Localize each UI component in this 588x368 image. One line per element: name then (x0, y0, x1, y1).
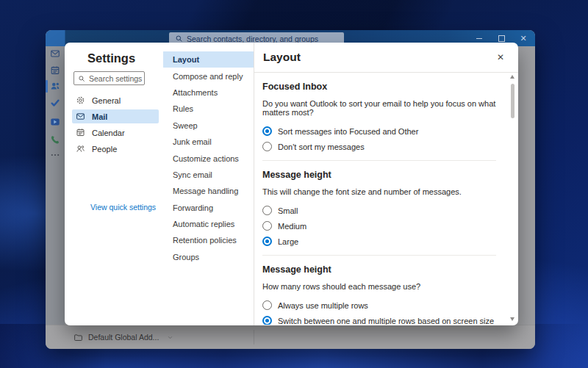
radio-label: Always use multiple rows (278, 301, 368, 310)
radio-selected-icon (262, 126, 272, 136)
settings-categories: GeneralMailCalendarPeople (72, 93, 159, 158)
minimize-icon (476, 38, 482, 39)
radio-option[interactable]: Don't sort my messages (262, 139, 499, 154)
settings-category-mail[interactable]: Mail (72, 109, 159, 123)
settings-category-general[interactable]: General (72, 93, 159, 107)
rail-item-calls[interactable] (46, 133, 65, 146)
rail-item-app-arrow[interactable] (46, 115, 65, 129)
search-icon (78, 75, 85, 82)
calendar-icon (50, 65, 60, 76)
radio-option[interactable]: Large (262, 234, 499, 249)
radio-label: Large (278, 237, 298, 246)
settings-nav-rules[interactable]: Rules (163, 101, 254, 117)
group-heading: Message height (262, 170, 499, 180)
settings-search-placeholder: Search settings (89, 74, 142, 83)
radio-unselected-icon (262, 206, 272, 215)
people-icon (76, 144, 85, 154)
folder-icon (74, 333, 83, 342)
settings-nav-message-handling[interactable]: Message handling (163, 183, 254, 199)
radio-option[interactable]: Small (262, 203, 499, 218)
folder-label: Default Global Add... (88, 333, 159, 342)
radio-option[interactable]: Switch between one and multiple rows bas… (262, 313, 499, 325)
group-heading: Message height (262, 264, 499, 275)
panel-content: Focused InboxDo you want Outlook to sort… (254, 73, 518, 325)
radio-unselected-icon (262, 142, 272, 151)
group-heading: Focused Inbox (262, 82, 499, 92)
settings-detail-panel: Layout ✕ Focused InboxDo you want Outloo… (254, 43, 518, 325)
people-filled-icon (50, 81, 60, 91)
radio-label: Switch between one and multiple rows bas… (278, 317, 494, 325)
folder-selector[interactable]: Default Global Add... (74, 330, 173, 344)
radio-option[interactable]: Medium (262, 218, 499, 234)
settings-group-1: Message heightThis will change the font … (262, 161, 499, 249)
rail-item-people[interactable] (46, 79, 65, 93)
group-question: This will change the font size and numbe… (262, 187, 499, 196)
gear-icon (76, 95, 85, 105)
settings-nav-junk-email[interactable]: Junk email (163, 134, 254, 150)
settings-nav-customize-actions[interactable]: Customize actions (163, 150, 254, 166)
radio-unselected-icon (262, 300, 272, 310)
settings-nav-groups[interactable]: Groups (163, 249, 254, 265)
more-icon (50, 150, 60, 160)
radio-label: Small (278, 206, 298, 215)
settings-dialog: Settings Search settings GeneralMailCale… (65, 43, 518, 325)
app-rail (46, 46, 65, 325)
radio-unselected-icon (262, 221, 272, 231)
settings-section-nav: LayoutCompose and replyAttachmentsRulesS… (163, 43, 254, 325)
dialog-close-button[interactable]: ✕ (495, 51, 506, 63)
rail-item-more[interactable] (46, 148, 65, 162)
radio-selected-icon (262, 316, 272, 325)
todo-check-icon (50, 98, 60, 108)
settings-nav-compose-and-reply[interactable]: Compose and reply (163, 68, 254, 84)
close-button[interactable]: ✕ (517, 32, 529, 44)
mail-icon (76, 112, 85, 121)
settings-group-0: Focused InboxDo you want Outlook to sort… (262, 73, 499, 154)
rail-item-mail[interactable] (46, 47, 65, 60)
calls-icon (50, 134, 60, 145)
calendar-icon (76, 128, 85, 137)
settings-nav-attachments[interactable]: Attachments (163, 84, 254, 101)
panel-scrollbar[interactable] (509, 75, 515, 321)
settings-nav-sync-email[interactable]: Sync email (163, 167, 254, 183)
rail-item-todo-check[interactable] (46, 96, 65, 109)
maximize-icon (498, 35, 505, 42)
close-icon: ✕ (520, 35, 526, 43)
settings-category-label: Calendar (92, 129, 125, 137)
settings-nav-automatic-replies[interactable]: Automatic replies (163, 216, 254, 232)
radio-selected-icon (262, 237, 272, 246)
folder-bar-divider (254, 330, 254, 344)
folder-bar: Default Global Add... (46, 325, 535, 349)
scroll-up-icon[interactable] (510, 75, 514, 79)
rail-selection-indicator (46, 80, 48, 93)
mail-icon (50, 48, 60, 59)
settings-left-pane: Settings Search settings GeneralMailCale… (65, 43, 163, 325)
app-arrow-icon (50, 117, 60, 127)
panel-header: Layout ✕ (254, 43, 518, 73)
settings-title: Settings (87, 51, 135, 65)
radio-label: Medium (278, 222, 306, 231)
radio-option[interactable]: Always use multiple rows (262, 297, 499, 313)
settings-nav-forwarding[interactable]: Forwarding (163, 200, 254, 216)
settings-category-label: People (92, 145, 117, 154)
scroll-down-icon[interactable] (510, 317, 514, 321)
group-question: How many rows should each message use? (262, 282, 499, 291)
scrollbar-thumb[interactable] (511, 84, 514, 118)
search-icon (175, 35, 183, 43)
radio-label: Don't sort my messages (278, 142, 365, 151)
settings-category-label: Mail (92, 112, 107, 121)
rail-item-calendar[interactable] (46, 64, 65, 77)
settings-search-input[interactable]: Search settings (74, 71, 145, 85)
settings-category-calendar[interactable]: Calendar (72, 126, 159, 140)
settings-nav-sweep[interactable]: Sweep (163, 118, 254, 134)
close-icon: ✕ (497, 52, 504, 62)
global-search-placeholder: Search contacts, directory, and groups (187, 35, 318, 43)
group-question: Do you want Outlook to sort your email t… (262, 99, 499, 117)
settings-category-people[interactable]: People (72, 142, 159, 156)
settings-nav-layout[interactable]: Layout (163, 51, 254, 68)
chevron-down-icon (167, 334, 173, 341)
settings-nav-retention-policies[interactable]: Retention policies (163, 232, 254, 248)
radio-option[interactable]: Sort messages into Focused and Other (262, 123, 499, 139)
panel-title: Layout (263, 51, 301, 64)
view-quick-settings-link[interactable]: View quick settings (90, 203, 156, 212)
settings-group-2: Message heightHow many rows should each … (262, 256, 499, 325)
